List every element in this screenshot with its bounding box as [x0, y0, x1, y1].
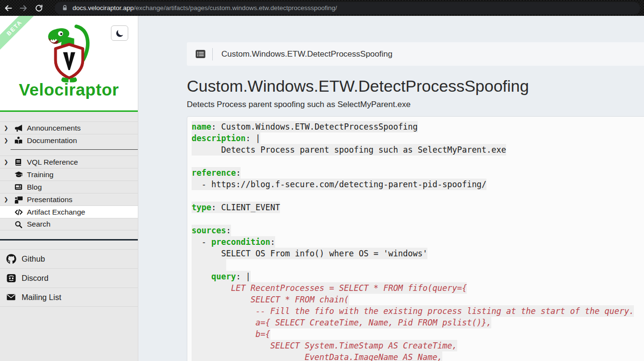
sidebar-nav: Announcements Documentation V [0, 121, 138, 307]
velociraptor-logo[interactable] [24, 24, 115, 83]
reload-icon [35, 4, 43, 12]
presentation-icon [14, 195, 27, 204]
sidebar-item-vql-reference[interactable]: VQL Reference [0, 156, 138, 168]
chevron-right-icon [4, 196, 14, 203]
sidebar-section-divider [11, 149, 138, 150]
main-area: Custom.Windows.ETW.DetectProcessSpoofing… [138, 16, 644, 361]
sidebar-item-label: Github [22, 254, 45, 264]
url-host: docs.velociraptor.app [73, 4, 134, 12]
breadcrumb: Custom.Windows.ETW.DetectProcessSpoofing [221, 49, 392, 59]
chevron-right-icon [4, 159, 14, 165]
content-column: Custom.Windows.ETW.DetectProcessSpoofing… [187, 16, 644, 361]
code-lines: name: Custom.Windows.ETW.DetectProcessSp… [192, 121, 644, 361]
chevron-right-icon [4, 137, 14, 144]
page-header-bar: Custom.Windows.ETW.DetectProcessSpoofing [187, 42, 644, 66]
browser-toolbar: docs.velociraptor.app/exchange/artifacts… [0, 0, 644, 16]
sidebar-item-label: Presentations [27, 195, 73, 204]
page-subtitle: Detects Process parent spoofing such as … [187, 99, 644, 110]
sidebar-item-label: Training [27, 170, 53, 179]
book-icon [14, 158, 27, 166]
sidebar-item-label: Artifact Exchange [27, 208, 85, 217]
url-text: docs.velociraptor.app/exchange/artifacts… [73, 4, 337, 12]
chevron-right-icon [4, 125, 14, 131]
sidebar-item-mailing-list[interactable]: Mailing List [0, 288, 138, 307]
sidebar-item-github[interactable]: Github [0, 249, 138, 268]
back-button[interactable] [1, 1, 15, 15]
sidebar-item-training[interactable]: Training [0, 168, 138, 180]
list-alt-icon [195, 49, 206, 59]
sidebar: BETA [0, 16, 138, 361]
sidebar-item-announcements[interactable]: Announcements [0, 121, 138, 134]
search-icon [14, 220, 27, 229]
forward-button[interactable] [16, 1, 31, 15]
sidebar-item-blog[interactable]: Blog [0, 180, 138, 193]
sidebar-item-label: Blog [27, 183, 42, 192]
sidebar-item-discord[interactable]: Discord [0, 268, 138, 288]
sidebar-item-artifact-exchange[interactable]: Artifact Exchange [0, 205, 138, 218]
envelope-icon [6, 292, 22, 302]
code-block: name: Custom.Windows.ETW.DetectProcessSp… [187, 116, 644, 361]
lock-icon [61, 4, 68, 12]
sidebar-item-presentations[interactable]: Presentations [0, 193, 138, 205]
sidebar-bottom-divider [0, 239, 138, 241]
sidebar-green-divider [0, 110, 138, 112]
forward-arrow-icon [19, 4, 28, 12]
address-bar[interactable]: docs.velociraptor.app/exchange/artifacts… [55, 2, 640, 14]
sidebar-item-documentation[interactable]: Documentation [0, 134, 138, 146]
reload-button[interactable] [32, 1, 46, 15]
sidebar-item-label: Mailing List [22, 293, 61, 302]
code-icon [14, 208, 27, 217]
sidebar-item-label: Documentation [27, 136, 77, 145]
brand-wordmark[interactable]: Velociraptor [19, 80, 119, 99]
back-arrow-icon [4, 4, 12, 12]
graduation-cap-icon [14, 170, 27, 179]
url-path: /exchange/artifacts/pages/custom.windows… [134, 4, 337, 12]
book-reader-icon [14, 136, 27, 144]
moon-icon [115, 29, 124, 38]
sidebar-logo-area: BETA [0, 16, 138, 110]
sidebar-item-label: Announcements [27, 124, 81, 132]
sidebar-item-label: Search [27, 220, 50, 229]
dark-mode-toggle[interactable] [111, 25, 128, 41]
header-bar-divider [212, 48, 213, 60]
megaphone-icon [14, 124, 27, 132]
sidebar-item-label: Discord [22, 274, 49, 283]
page-title: Custom.Windows.ETW.DetectProcessSpoofing [187, 76, 644, 96]
discord-icon [6, 273, 22, 283]
newspaper-icon [14, 183, 27, 191]
github-icon [6, 254, 22, 264]
page-body: BETA [0, 16, 644, 361]
sidebar-item-search[interactable]: Search [0, 218, 138, 230]
sidebar-item-label: VQL Reference [27, 158, 78, 167]
